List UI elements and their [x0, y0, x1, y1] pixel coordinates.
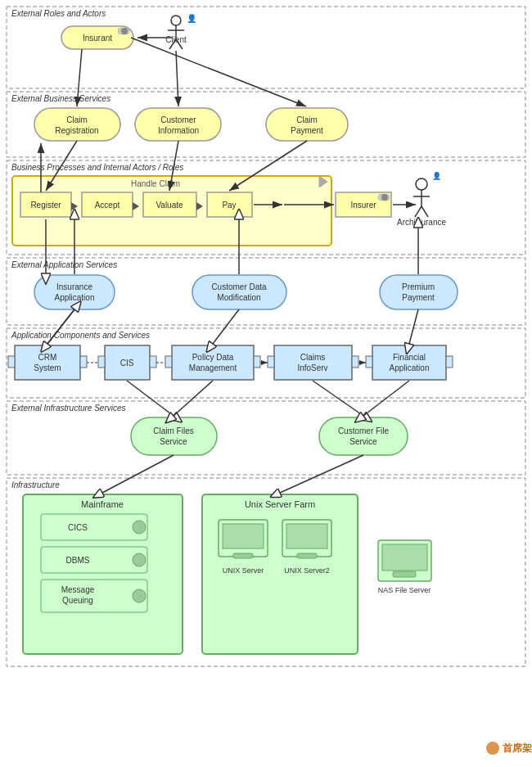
svg-rect-97 [352, 356, 358, 368]
svg-line-55 [415, 206, 422, 217]
svg-marker-37 [71, 202, 78, 210]
svg-text:Client: Client [165, 35, 187, 44]
svg-point-50 [381, 194, 388, 201]
svg-rect-30 [7, 160, 525, 255]
svg-rect-91 [165, 356, 172, 368]
svg-text:CRM: CRM [38, 353, 57, 362]
svg-text:Registration: Registration [55, 126, 98, 135]
svg-text:Pay: Pay [222, 201, 236, 210]
svg-text:Service: Service [160, 437, 187, 446]
svg-text:Insurance: Insurance [56, 282, 92, 291]
svg-rect-82 [8, 356, 15, 368]
svg-rect-139 [202, 494, 358, 654]
svg-text:Policy Data: Policy Data [192, 353, 234, 362]
svg-text:Mainframe: Mainframe [81, 499, 124, 509]
svg-rect-18 [34, 108, 120, 141]
svg-line-60 [46, 141, 77, 191]
svg-rect-141 [219, 520, 268, 557]
svg-text:Claim Files: Claim Files [153, 426, 193, 435]
svg-line-122 [174, 381, 213, 416]
svg-text:Application: Application [390, 363, 430, 372]
svg-rect-49 [378, 194, 390, 201]
svg-rect-41 [143, 192, 196, 217]
svg-text:External Roles and Actors: External Roles and Actors [11, 9, 106, 18]
svg-text:External Application Services: External Application Services [11, 260, 117, 269]
svg-text:External Business Services: External Business Services [11, 94, 110, 103]
svg-text:Information: Information [158, 126, 199, 135]
svg-line-111 [213, 309, 239, 344]
svg-line-13 [176, 39, 183, 49]
svg-text:External Infrastructure Servic: External Infrastructure Services [11, 404, 126, 413]
svg-rect-135 [41, 580, 147, 612]
svg-point-7 [121, 28, 128, 34]
svg-text:Claims: Claims [300, 353, 326, 362]
svg-rect-100 [372, 345, 446, 380]
svg-rect-146 [286, 524, 327, 548]
svg-rect-2 [7, 7, 525, 88]
svg-line-153 [102, 455, 174, 493]
svg-rect-66 [34, 275, 115, 309]
svg-point-138 [133, 589, 146, 602]
svg-text:Register: Register [30, 201, 61, 210]
svg-text:Application: Application [55, 293, 95, 302]
svg-line-112 [409, 309, 418, 344]
svg-rect-81 [15, 345, 80, 380]
svg-line-121 [127, 381, 174, 416]
svg-marker-40 [133, 202, 139, 210]
svg-text:System: System [34, 363, 61, 372]
svg-rect-129 [41, 514, 147, 540]
svg-text:Insurant: Insurant [83, 34, 112, 43]
svg-rect-24 [266, 108, 348, 141]
svg-rect-102 [446, 356, 453, 368]
svg-text:Management: Management [189, 363, 237, 372]
svg-line-29 [131, 38, 306, 106]
svg-rect-6 [118, 28, 129, 34]
svg-text:Accept: Accept [95, 201, 120, 210]
svg-point-52 [416, 178, 427, 190]
svg-rect-38 [82, 192, 133, 217]
svg-rect-95 [274, 345, 352, 380]
svg-point-9 [171, 16, 181, 25]
svg-rect-145 [282, 520, 331, 557]
svg-rect-96 [268, 356, 274, 368]
svg-rect-16 [7, 92, 525, 157]
svg-text:Queuing: Queuing [62, 596, 93, 605]
svg-text:Business Processes and Interna: Business Processes and Internal Actors /… [11, 163, 183, 172]
svg-rect-69 [192, 275, 286, 309]
svg-rect-149 [378, 540, 431, 581]
svg-rect-142 [223, 524, 264, 548]
svg-line-28 [176, 51, 178, 106]
svg-rect-127 [23, 494, 183, 654]
svg-rect-143 [233, 553, 253, 558]
svg-text:Unix Server Farm: Unix Server Farm [245, 499, 315, 509]
svg-line-110 [47, 309, 74, 344]
svg-rect-125 [7, 478, 525, 666]
svg-text:Claim: Claim [66, 115, 88, 124]
svg-point-155 [486, 742, 499, 755]
svg-line-154 [280, 455, 363, 493]
svg-rect-88 [150, 356, 156, 368]
svg-rect-101 [366, 356, 372, 368]
svg-rect-92 [254, 356, 260, 368]
svg-text:ArchiSurance: ArchiSurance [397, 218, 446, 227]
svg-line-123 [313, 381, 363, 416]
svg-text:Infrastructure: Infrastructure [11, 481, 60, 490]
svg-text:Insurer: Insurer [350, 201, 376, 210]
svg-rect-90 [172, 345, 254, 380]
svg-rect-83 [80, 356, 87, 368]
svg-point-134 [133, 553, 146, 566]
svg-text:UNIX Server: UNIX Server [223, 566, 264, 575]
svg-rect-150 [382, 544, 427, 571]
svg-text:Valuate: Valuate [156, 201, 183, 210]
svg-text:👤: 👤 [187, 13, 197, 24]
svg-line-63 [229, 141, 307, 191]
svg-text:首席架构师智库: 首席架构师智库 [503, 742, 532, 754]
svg-text:Customer File: Customer File [338, 426, 390, 435]
svg-text:Message: Message [61, 585, 95, 594]
svg-text:Application Components and Ser: Application Components and Services [11, 331, 150, 340]
svg-rect-47 [336, 192, 391, 217]
svg-rect-147 [297, 553, 317, 558]
svg-line-12 [169, 39, 176, 49]
svg-line-27 [77, 49, 82, 106]
svg-text:CICS: CICS [68, 523, 88, 532]
